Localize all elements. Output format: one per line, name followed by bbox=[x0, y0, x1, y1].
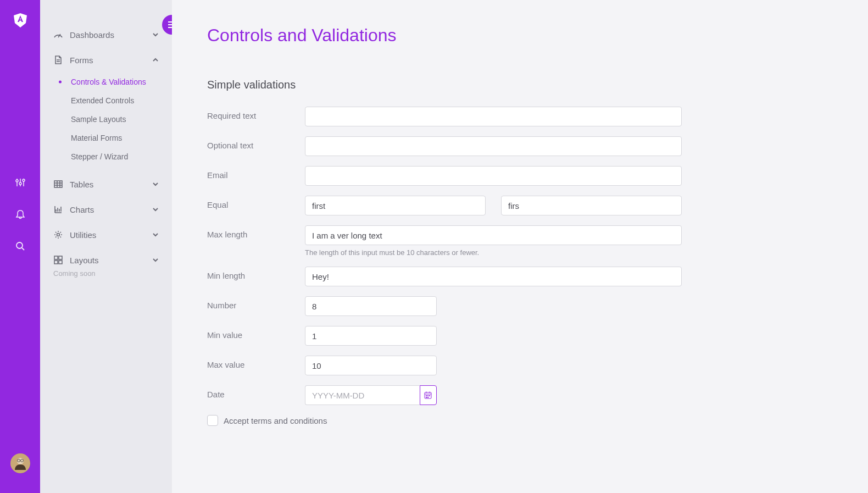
sidebar-sub-stepper-wizard[interactable]: Stepper / Wizard bbox=[40, 147, 172, 166]
grid-icon bbox=[53, 255, 63, 265]
equal-input-1[interactable] bbox=[305, 196, 486, 215]
sidebar-item-label: Charts bbox=[70, 205, 94, 214]
calendar-icon bbox=[424, 391, 432, 399]
minvalue-input[interactable] bbox=[305, 326, 437, 346]
table-icon bbox=[53, 179, 63, 189]
section-title: Simple validations bbox=[207, 79, 833, 91]
terms-checkbox[interactable] bbox=[207, 415, 218, 426]
chevron-down-icon bbox=[152, 206, 159, 213]
svg-rect-39 bbox=[426, 397, 427, 398]
maxvalue-input[interactable] bbox=[305, 356, 437, 375]
page-title: Controls and Validations bbox=[207, 25, 833, 46]
optional-text-label: Optional text bbox=[207, 136, 305, 150]
svg-point-9 bbox=[17, 458, 24, 464]
optional-text-input[interactable] bbox=[305, 136, 682, 156]
maxlength-help: The length of this input must be 10 char… bbox=[305, 248, 682, 257]
maxlength-input[interactable] bbox=[305, 225, 682, 245]
gauge-icon bbox=[53, 30, 63, 40]
sidebar-item-forms[interactable]: Forms bbox=[40, 47, 172, 73]
main-content: Controls and Validations Simple validati… bbox=[172, 0, 868, 493]
sidebar-item-dashboards[interactable]: Dashboards bbox=[40, 22, 172, 47]
svg-rect-37 bbox=[427, 395, 429, 396]
sidebar-item-layouts[interactable]: Layouts bbox=[40, 247, 172, 273]
sidebar-item-label: Tables bbox=[70, 180, 93, 189]
svg-rect-15 bbox=[54, 181, 62, 187]
email-input[interactable] bbox=[305, 166, 682, 186]
required-text-label: Required text bbox=[207, 107, 305, 120]
sidebar-item-label: Dashboards bbox=[70, 30, 114, 40]
minlength-label: Min length bbox=[207, 267, 305, 280]
chevron-down-icon bbox=[152, 31, 159, 38]
terms-label: Accept terms and conditions bbox=[224, 416, 327, 425]
equal-label: Equal bbox=[207, 196, 305, 209]
sidebar-item-label: Layouts bbox=[70, 256, 99, 265]
date-label: Date bbox=[207, 385, 305, 399]
chevron-down-icon bbox=[152, 181, 159, 187]
chart-icon bbox=[53, 204, 63, 214]
email-label: Email bbox=[207, 166, 305, 180]
svg-rect-28 bbox=[59, 256, 62, 259]
svg-rect-36 bbox=[426, 395, 427, 396]
minlength-input[interactable] bbox=[305, 267, 682, 286]
svg-point-3 bbox=[16, 180, 18, 182]
svg-rect-30 bbox=[59, 261, 62, 264]
svg-point-26 bbox=[57, 234, 60, 236]
sidebar: Dashboards Forms Controls & Validations … bbox=[40, 0, 172, 493]
sidebar-sub-extended-controls[interactable]: Extended Controls bbox=[40, 91, 172, 110]
sidebar-item-label: Utilities bbox=[70, 230, 96, 240]
chevron-down-icon bbox=[152, 231, 159, 238]
sidebar-item-utilities[interactable]: Utilities bbox=[40, 222, 172, 247]
minvalue-label: Min value bbox=[207, 326, 305, 340]
gear-icon bbox=[53, 230, 63, 240]
document-icon bbox=[53, 55, 63, 65]
svg-rect-27 bbox=[54, 256, 58, 259]
sidebar-item-tables[interactable]: Tables bbox=[40, 171, 172, 197]
sidebar-item-charts[interactable]: Charts bbox=[40, 197, 172, 222]
sidebar-item-label: Forms bbox=[70, 56, 93, 65]
sidebar-sub-material-forms[interactable]: Material Forms bbox=[40, 129, 172, 147]
bell-icon[interactable] bbox=[15, 209, 25, 219]
chevron-up-icon bbox=[152, 57, 159, 63]
svg-point-5 bbox=[23, 179, 25, 181]
maxvalue-label: Max value bbox=[207, 356, 305, 369]
date-input[interactable] bbox=[305, 385, 420, 405]
required-text-input[interactable] bbox=[305, 107, 682, 126]
search-icon[interactable] bbox=[15, 241, 25, 251]
svg-rect-29 bbox=[54, 261, 58, 264]
shield-logo-icon bbox=[14, 13, 27, 27]
equal-input-2[interactable] bbox=[501, 196, 682, 215]
svg-point-4 bbox=[19, 182, 21, 185]
svg-rect-40 bbox=[427, 397, 429, 398]
sliders-icon[interactable] bbox=[15, 178, 25, 187]
sidebar-sub-controls-validations[interactable]: Controls & Validations bbox=[40, 73, 172, 91]
svg-point-6 bbox=[16, 242, 23, 248]
app-rail bbox=[0, 0, 40, 493]
date-picker-button[interactable] bbox=[420, 385, 437, 405]
number-input[interactable] bbox=[305, 296, 437, 316]
maxlength-label: Max length bbox=[207, 225, 305, 239]
sidebar-sub-sample-layouts[interactable]: Sample Layouts bbox=[40, 110, 172, 129]
number-label: Number bbox=[207, 296, 305, 310]
svg-rect-38 bbox=[429, 395, 430, 396]
avatar[interactable] bbox=[10, 453, 30, 473]
chevron-down-icon bbox=[152, 257, 159, 263]
svg-line-7 bbox=[22, 248, 24, 250]
